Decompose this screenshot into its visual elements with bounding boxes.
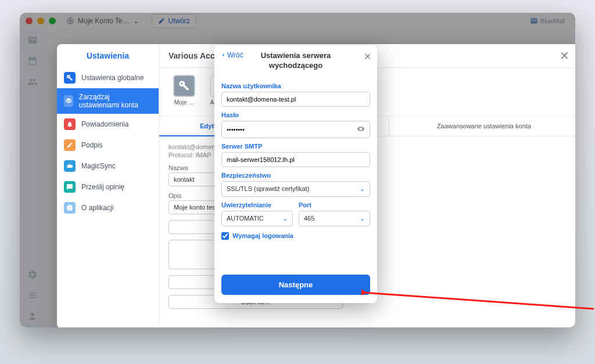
account-chip[interactable]: Moje … bbox=[169, 75, 200, 106]
close-icon[interactable]: ✕ bbox=[560, 50, 569, 62]
chevron-down-icon: ⌄ bbox=[360, 185, 365, 193]
sidebar-item-about[interactable]: O aplikacji bbox=[57, 197, 159, 218]
next-button[interactable]: Następne bbox=[221, 275, 370, 295]
auth-label: Uwierzytelnianie bbox=[221, 201, 293, 208]
sidebar-item-label: Zarządzaj ustawieniami konta bbox=[79, 93, 152, 109]
security-value: SSL/TLS (sprawdź certyfikat) bbox=[227, 185, 309, 192]
eye-icon[interactable] bbox=[357, 125, 365, 134]
chevron-down-icon: ⌄ bbox=[282, 215, 288, 222]
password-input[interactable] bbox=[221, 121, 370, 138]
account-chip-label: Moje … bbox=[174, 99, 194, 106]
password-field[interactable] bbox=[227, 126, 357, 133]
username-input[interactable] bbox=[221, 92, 370, 107]
protocol-value: IMAP bbox=[195, 152, 211, 158]
chevron-left-icon bbox=[220, 52, 226, 58]
sidebar-item-label: MagicSync bbox=[81, 162, 116, 170]
layers-icon bbox=[64, 95, 73, 107]
modal-close-icon[interactable]: ✕ bbox=[364, 51, 371, 62]
sidebar-item-signature[interactable]: Podpis bbox=[57, 135, 159, 156]
modal-title: Ustawienia serwera wychodzącego bbox=[245, 51, 347, 71]
outgoing-server-modal: Wróć Ustawienia serwera wychodzącego ✕ N… bbox=[214, 45, 377, 303]
sidebar-item-label: Ustawienia globalne bbox=[81, 74, 144, 82]
back-button[interactable]: Wróć bbox=[220, 51, 243, 59]
auth-select[interactable]: AUTOMATIC ⌄ bbox=[221, 211, 293, 226]
cloud-icon bbox=[64, 160, 76, 172]
pencil-icon bbox=[64, 139, 76, 151]
modal-header: Wróć Ustawienia serwera wychodzącego ✕ bbox=[214, 45, 377, 73]
info-icon bbox=[64, 202, 76, 214]
sidebar-item-feedback[interactable]: Prześlij opinię bbox=[57, 176, 159, 197]
sidebar-item-notifications[interactable]: Powiadomienia bbox=[57, 114, 159, 135]
username-field[interactable] bbox=[227, 96, 365, 103]
sidebar-item-global[interactable]: Ustawienia globalne bbox=[57, 67, 159, 88]
security-label: Bezpieczeństwo bbox=[221, 172, 370, 179]
security-select[interactable]: SSL/TLS (sprawdź certyfikat) ⌄ bbox=[221, 181, 370, 197]
require-login-checkbox[interactable]: Wymagaj logowania bbox=[221, 232, 370, 240]
modal-body: Nazwa użytkownika Hasło Serwer SMTP Bezp… bbox=[214, 73, 377, 269]
sidebar-item-label: Powiadomienia bbox=[81, 120, 128, 128]
bell-icon bbox=[64, 118, 76, 130]
protocol-label: Protocol: bbox=[169, 152, 193, 158]
tab-advanced[interactable]: Zaawansowane ustawienia konta bbox=[389, 117, 575, 136]
wrench-icon bbox=[64, 72, 76, 84]
port-value: 465 bbox=[304, 215, 314, 222]
username-label: Nazwa użytkownika bbox=[221, 82, 370, 89]
sidebar-item-label: O aplikacji bbox=[81, 204, 113, 212]
settings-title: Ustawienia bbox=[57, 44, 159, 67]
smtp-input[interactable] bbox=[221, 152, 370, 167]
chevron-down-icon: ⌄ bbox=[360, 215, 365, 222]
chat-icon bbox=[64, 181, 76, 193]
require-login-input[interactable] bbox=[221, 232, 229, 240]
sidebar-item-label: Prześlij opinię bbox=[81, 183, 124, 191]
smtp-label: Serwer SMTP bbox=[221, 143, 370, 150]
back-label: Wróć bbox=[227, 51, 243, 59]
auth-value: AUTOMATIC bbox=[227, 215, 264, 222]
sidebar-item-magicsync[interactable]: MagicSync bbox=[57, 156, 159, 176]
password-label: Hasło bbox=[221, 111, 370, 118]
sidebar-item-accounts[interactable]: Zarządzaj ustawieniami konta bbox=[57, 88, 159, 114]
sidebar-item-label: Podpis bbox=[81, 141, 103, 149]
port-select[interactable]: 465 ⌄ bbox=[299, 211, 370, 226]
account-avatar-icon bbox=[173, 75, 195, 97]
modal-footer: Następne bbox=[214, 269, 377, 303]
port-label: Port bbox=[299, 201, 370, 208]
smtp-field[interactable] bbox=[227, 156, 365, 163]
require-login-label: Wymagaj logowania bbox=[232, 232, 293, 239]
settings-sidebar: Ustawienia Ustawienia globalne Zarządzaj… bbox=[57, 44, 159, 327]
